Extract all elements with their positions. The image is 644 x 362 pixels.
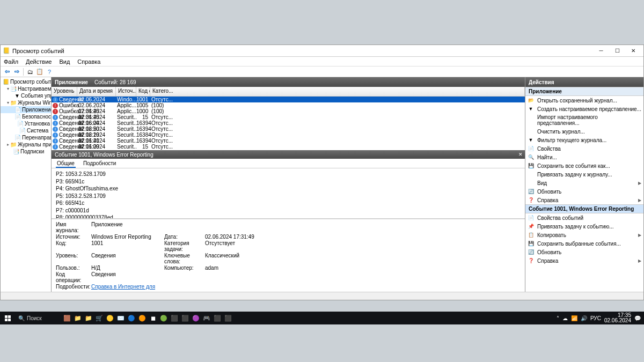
table-row[interactable]: iСведения02.06.2024 17:11:09Securit...16… bbox=[52, 138, 525, 144]
tree-setup[interactable]: 📄 Установка bbox=[1, 120, 51, 127]
table-row[interactable]: !Ошибка02.06.2024 17:31:45Applic...1000(… bbox=[52, 108, 525, 114]
taskbar-app-icon[interactable]: 📁 bbox=[84, 313, 93, 323]
list-icon[interactable]: 📋 bbox=[35, 68, 44, 76]
taskbar-app-icon[interactable]: 🟢 bbox=[159, 313, 169, 323]
taskbar-app-icon[interactable]: 🟡 bbox=[105, 313, 115, 323]
detail-close-icon[interactable]: ✕ bbox=[518, 152, 523, 157]
tree-system[interactable]: 📄 Система bbox=[1, 127, 51, 134]
taskbar-app-icon[interactable]: 📁 bbox=[73, 313, 83, 323]
minimize-button[interactable]: ─ bbox=[593, 46, 609, 56]
tree-admin-events[interactable]: ▼ События управления bbox=[1, 92, 51, 99]
tree-forwarded[interactable]: 📄 Перенаправленные соб bbox=[1, 134, 51, 141]
taskbar-app-icon[interactable]: 🟫 bbox=[62, 313, 72, 323]
col-category[interactable]: Катего... bbox=[150, 87, 525, 96]
action-item[interactable]: Вид▶ bbox=[525, 179, 643, 187]
action-item[interactable]: 📂Открыть сохраненный журнал... bbox=[525, 96, 643, 105]
action-item[interactable]: 🔄Обновить bbox=[525, 248, 643, 256]
taskbar-app-icon[interactable]: 🔵 bbox=[127, 313, 136, 323]
menu-file[interactable]: Файл bbox=[4, 58, 18, 65]
table-row[interactable]: iСведения02.06.2024 17:16:04Securit...15… bbox=[52, 114, 525, 120]
title-bar[interactable]: 📒 Просмотр событий ─ ☐ ✕ bbox=[1, 45, 643, 57]
table-row[interactable]: iСведения02.06.2024 17:12:19Securit...16… bbox=[52, 126, 525, 132]
taskbar-app-icon[interactable]: ✉️ bbox=[116, 313, 126, 323]
taskbar-app-icon[interactable]: 🟠 bbox=[137, 313, 147, 323]
taskbar-app-icon[interactable]: 🛒 bbox=[94, 313, 104, 323]
table-row[interactable]: !Ошибка02.06.2024 17:31:45Applic...1005(… bbox=[52, 102, 525, 108]
tree-windows-logs[interactable]: ▾📁 Журналы Windows bbox=[1, 99, 51, 106]
toolbar-divider bbox=[23, 68, 24, 76]
col-date[interactable]: Дата и время bbox=[77, 87, 116, 96]
action-item[interactable]: 🔍Найти... bbox=[525, 153, 643, 161]
grid-columns[interactable]: Уровень Дата и время Источ... Код со... … bbox=[52, 87, 525, 97]
grid-body[interactable]: iСведения02.06.2024 17:31:49Windo...1001… bbox=[52, 97, 525, 150]
grid-heading-bar: Приложение Событий: 28 169 bbox=[52, 77, 525, 87]
back-icon[interactable]: ⇦ bbox=[3, 68, 11, 76]
taskbar-app-icon[interactable]: ⬛ bbox=[180, 313, 190, 323]
action-item[interactable]: 💾Сохранить все события как... bbox=[525, 161, 643, 170]
menu-help[interactable]: Справка bbox=[77, 58, 100, 65]
tree-subscriptions[interactable]: 📑 Подписки bbox=[1, 148, 51, 155]
tab-details[interactable]: Подробности bbox=[82, 160, 117, 168]
tree-root[interactable]: 📒 Просмотр событий (Локальн bbox=[1, 78, 51, 85]
tray-chevron-icon[interactable]: ˄ bbox=[557, 315, 559, 321]
table-row[interactable]: iСведения02.06.2024 17:31:49Windo...1001… bbox=[52, 97, 525, 102]
action-item[interactable]: ▼Фильтр текущего журнала... bbox=[525, 136, 643, 144]
taskbar-app-icon[interactable]: ◼ bbox=[148, 313, 158, 323]
detail-header[interactable]: Событие 1001, Windows Error Reporting ✕ bbox=[52, 150, 525, 159]
tree-custom-views[interactable]: ▾📑 Настраиваемые представл bbox=[1, 85, 51, 92]
col-code[interactable]: Код со... bbox=[136, 87, 150, 96]
start-button[interactable] bbox=[0, 312, 15, 324]
system-tray[interactable]: ˄ ☁ 📶 🔊 РУС 17:35 02.06.2024 💬 bbox=[557, 313, 644, 324]
action-item[interactable]: ❓Справка▶ bbox=[525, 196, 643, 204]
action-item[interactable]: 📋Копировать▶ bbox=[525, 231, 643, 239]
action-item[interactable]: Импорт настраиваемого представления... bbox=[525, 113, 643, 127]
forward-icon[interactable]: ⇨ bbox=[12, 68, 21, 76]
action-item[interactable]: 📄Свойства событий bbox=[525, 213, 643, 222]
col-source[interactable]: Источ... bbox=[116, 87, 136, 96]
notifications-icon[interactable]: 💬 bbox=[634, 315, 641, 321]
action-label: Привязать задачу к событию... bbox=[537, 224, 614, 230]
menu-view[interactable]: Вид bbox=[59, 58, 70, 65]
h-scrollbar[interactable] bbox=[1, 292, 643, 300]
tree-icon[interactable]: 🗂 bbox=[26, 68, 34, 76]
taskbar[interactable]: 🔍Поиск 🟫📁📁🛒🟡✉️🔵🟠◼🟢⬛⬛🟣🎮⬛⬛ ˄ ☁ 📶 🔊 РУС 17:… bbox=[0, 312, 644, 324]
clock[interactable]: 17:35 02.06.2024 bbox=[604, 313, 631, 324]
action-item[interactable]: ▼Создать настраиваемое представление... bbox=[525, 105, 643, 113]
maximize-button[interactable]: ☐ bbox=[609, 46, 625, 56]
taskbar-search[interactable]: 🔍Поиск bbox=[15, 315, 58, 321]
table-row[interactable]: iСведения02.06.2024 17:12:50Securit...16… bbox=[52, 120, 525, 126]
tree-security[interactable]: 📄 Безопасность bbox=[1, 113, 51, 120]
table-row[interactable]: iСведения02.06.2024 17:10:57Securit...15… bbox=[52, 144, 525, 150]
lang-indicator[interactable]: РУС bbox=[590, 315, 601, 321]
taskbar-app-icon[interactable]: ⬛ bbox=[213, 313, 222, 323]
taskbar-app-icon[interactable]: 🟣 bbox=[191, 313, 201, 323]
action-item[interactable]: 📄Свойства bbox=[525, 144, 643, 153]
search-icon: 🔍 bbox=[18, 315, 25, 321]
network-icon[interactable]: 📶 bbox=[571, 315, 577, 321]
action-item[interactable]: 📌Привязать задачу к событию... bbox=[525, 222, 643, 231]
action-item[interactable]: 🔄Обновить bbox=[525, 187, 643, 196]
action-icon: ▼ bbox=[528, 137, 534, 143]
table-row[interactable]: iСведения02.06.2024 17:11:41Securit...16… bbox=[52, 132, 525, 138]
more-help-link[interactable]: Справка в Интернете для bbox=[91, 284, 155, 290]
tree-apps-services[interactable]: ▸📁 Журналы приложений и сл bbox=[1, 141, 51, 148]
action-item[interactable]: ❓Справка▶ bbox=[525, 256, 643, 265]
grid-heading: Приложение bbox=[55, 79, 88, 85]
tree-pane[interactable]: 📒 Просмотр событий (Локальн ▾📑 Настраива… bbox=[1, 77, 52, 292]
action-item[interactable]: Очистить журнал... bbox=[525, 127, 643, 136]
taskbar-app-icon[interactable]: ⬛ bbox=[170, 313, 179, 323]
menu-action[interactable]: Действие bbox=[26, 58, 52, 65]
tree-application[interactable]: 📄 Приложение bbox=[1, 106, 51, 113]
detail-body[interactable]: P2: 1053.2.528.1709P3: 665f41cP4: GhostO… bbox=[52, 168, 525, 219]
action-icon: 📌 bbox=[528, 223, 534, 230]
taskbar-app-icon[interactable]: 🎮 bbox=[202, 313, 211, 323]
action-item[interactable]: 💾Сохранить выбранные события... bbox=[525, 239, 643, 248]
close-button[interactable]: ✕ bbox=[625, 46, 641, 56]
action-item[interactable]: Привязать задачу к журналу... bbox=[525, 170, 643, 179]
tab-general[interactable]: Общие bbox=[56, 160, 76, 168]
cloud-icon[interactable]: ☁ bbox=[562, 315, 568, 321]
sound-icon[interactable]: 🔊 bbox=[581, 315, 587, 321]
taskbar-app-icon[interactable]: ⬛ bbox=[223, 313, 233, 323]
col-level[interactable]: Уровень bbox=[52, 87, 77, 96]
help-icon[interactable]: ? bbox=[45, 68, 54, 76]
